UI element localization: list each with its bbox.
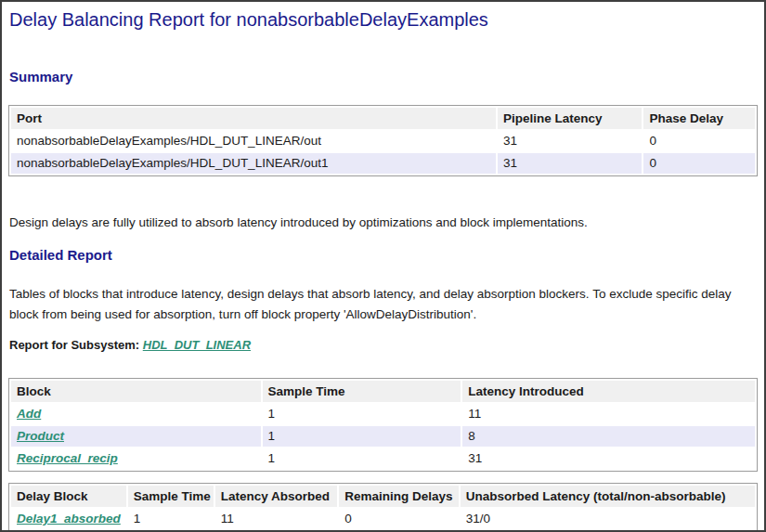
- summary-table-header-row: Port Pipeline Latency Phase Delay: [11, 108, 755, 129]
- column-header-sample-time: Sample Time: [128, 486, 214, 507]
- sample-time-cell: 1: [263, 448, 461, 469]
- report-page: { "page": { "title": "Delay Balancing Re…: [0, 0, 766, 532]
- subsystem-link[interactable]: HDL_DUT_LINEAR: [143, 338, 251, 352]
- block-link-reciprocal-recip[interactable]: Reciprocal_recip: [17, 451, 118, 465]
- unabsorbed-latency-cell: 31/0: [461, 509, 755, 529]
- subsystem-line: Report for Subsystem: HDL_DUT_LINEAR: [9, 338, 758, 353]
- latency-introduced-cell: 11: [462, 404, 755, 424]
- latency-absorbed-cell: 11: [215, 509, 338, 529]
- delay-table-header-row: Delay Block Sample Time Latency Absorbed…: [11, 486, 755, 507]
- pipeline-latency-cell: 31: [498, 131, 642, 151]
- table-row: nonabsorbableDelayExamples/HDL_DUT_LINEA…: [11, 153, 755, 174]
- block-cell: Add: [11, 404, 261, 424]
- blocks-table-header-row: Block Sample Time Latency Introduced: [11, 381, 755, 402]
- delay-blocks-table: Delay Block Sample Time Latency Absorbed…: [8, 483, 758, 532]
- subsystem-label: Report for Subsystem:: [9, 338, 143, 352]
- summary-note: Design delays are fully utilized to abso…: [9, 214, 758, 230]
- sample-time-cell: 1: [128, 509, 214, 529]
- block-link-product[interactable]: Product: [17, 429, 64, 443]
- report-content: Delay Balancing Report for nonabsorbable…: [2, 8, 764, 532]
- column-header-delay-block: Delay Block: [11, 486, 126, 507]
- table-row: nonabsorbableDelayExamples/HDL_DUT_LINEA…: [11, 131, 755, 151]
- blocks-table: Block Sample Time Latency Introduced Add…: [8, 378, 758, 472]
- column-header-latency-introduced: Latency Introduced: [462, 381, 755, 402]
- column-header-sample-time: Sample Time: [263, 381, 461, 402]
- table-row: Delay1_absorbed 1 11 0 31/0: [11, 509, 755, 529]
- column-header-phase-delay: Phase Delay: [643, 108, 755, 129]
- sample-time-cell: 1: [263, 426, 461, 447]
- detailed-description: Tables of blocks that introduce latency,…: [9, 284, 758, 325]
- summary-table: Port Pipeline Latency Phase Delay nonabs…: [8, 105, 758, 176]
- table-row: Product 1 8: [11, 426, 755, 447]
- block-cell: Product: [11, 426, 261, 447]
- column-header-pipeline-latency: Pipeline Latency: [498, 108, 642, 129]
- detailed-report-heading: Detailed Report: [9, 248, 758, 263]
- port-cell: nonabsorbableDelayExamples/HDL_DUT_LINEA…: [11, 153, 496, 174]
- table-row: Reciprocal_recip 1 31: [11, 448, 755, 469]
- summary-heading: Summary: [9, 70, 758, 84]
- pipeline-latency-cell: 31: [498, 153, 642, 174]
- remaining-delays-cell: 0: [339, 509, 458, 529]
- column-header-unabsorbed-latency: Unabsorbed Latency (total/non-absorbable…: [461, 486, 755, 507]
- port-cell: nonabsorbableDelayExamples/HDL_DUT_LINEA…: [11, 131, 496, 151]
- phase-delay-cell: 0: [643, 153, 755, 174]
- table-row: Add 1 11: [11, 404, 755, 424]
- latency-introduced-cell: 31: [462, 448, 755, 469]
- phase-delay-cell: 0: [643, 131, 755, 151]
- page-title: Delay Balancing Report for nonabsorbable…: [9, 8, 758, 31]
- delay-block-link-delay1-absorbed[interactable]: Delay1_absorbed: [17, 512, 121, 526]
- column-header-port: Port: [11, 108, 496, 129]
- delay-block-cell: Delay1_absorbed: [11, 509, 126, 529]
- block-link-add[interactable]: Add: [17, 407, 41, 421]
- latency-introduced-cell: 8: [462, 426, 755, 447]
- column-header-remaining-delays: Remaining Delays: [339, 486, 458, 507]
- column-header-block: Block: [11, 381, 261, 402]
- column-header-latency-absorbed: Latency Absorbed: [215, 486, 338, 507]
- block-cell: Reciprocal_recip: [11, 448, 261, 469]
- sample-time-cell: 1: [263, 404, 461, 424]
